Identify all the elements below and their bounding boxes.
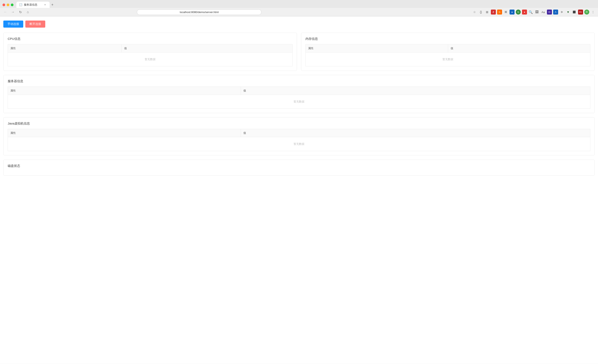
cpu-col-val: 值	[122, 44, 292, 53]
server-card: 服务器信息 属性 值 暂无数据	[3, 75, 595, 113]
server-table: 属性 值 暂无数据	[8, 87, 590, 109]
ext7-icon[interactable]: 🔍	[528, 9, 533, 15]
ext4-icon[interactable]: ●	[510, 9, 515, 15]
disconnect-button[interactable]: 断开连接	[25, 21, 45, 28]
top-cards-row: CPU信息 属性 值 暂无数据 内存信息	[3, 32, 595, 71]
ext15-icon[interactable]: R1	[578, 9, 583, 15]
ext8-icon[interactable]: 🖼	[534, 9, 540, 15]
tab-close-button[interactable]: ×	[43, 3, 47, 7]
jvm-table: 属性 值 暂无数据	[8, 129, 590, 151]
close-window-button[interactable]	[2, 4, 5, 6]
forward-button[interactable]: →	[10, 9, 16, 15]
ext5-icon[interactable]: G	[516, 9, 521, 15]
ext1-icon[interactable]: Z	[491, 9, 496, 15]
cpu-col-attr: 属性	[8, 44, 122, 53]
back-button[interactable]: ←	[2, 9, 8, 15]
reload-button[interactable]: ↻	[17, 9, 23, 15]
extensions-icon[interactable]: ⊞	[485, 9, 490, 15]
address-input[interactable]	[137, 9, 261, 15]
menu-icon[interactable]: ⋮	[590, 9, 596, 15]
disk-card-title: 磁盘状态	[8, 164, 590, 168]
server-empty-text: 暂无数据	[8, 95, 590, 109]
ext3-icon[interactable]: ⌘	[503, 9, 508, 15]
window-controls	[2, 4, 14, 6]
address-input-wrap	[137, 9, 261, 15]
memory-col-val: 值	[448, 44, 590, 53]
cpu-table: 属性 值 暂无数据	[8, 44, 292, 66]
address-bar: ← → ↻ ⌂ ☆ {} ⊞ Z G ⌘ ● G ● 🔍 🖼 Aa ID Λ ✈…	[0, 8, 598, 16]
home-button[interactable]: ⌂	[25, 9, 31, 15]
memory-card: 内存信息 属性 值 暂无数据	[301, 32, 595, 71]
server-col-attr: 属性	[8, 87, 241, 95]
tab-title: 服务器信息	[24, 3, 37, 7]
tab-favicon-icon: 📄	[19, 3, 22, 6]
memory-empty-text: 暂无数据	[306, 53, 590, 66]
action-bar: 手动连接 断开连接	[3, 21, 595, 28]
cpu-card-title: CPU信息	[8, 37, 292, 41]
manual-connect-button[interactable]: 手动连接	[3, 21, 23, 28]
browser-chrome: 📄 服务器信息 × + ← → ↻ ⌂ ☆ {} ⊞ Z G ⌘ ● G ● 🔍…	[0, 0, 598, 16]
ext13-icon[interactable]: ▼	[566, 9, 571, 15]
cpu-card: CPU信息 属性 值 暂无数据	[3, 32, 297, 71]
minimize-window-button[interactable]	[7, 4, 9, 6]
server-empty-row: 暂无数据	[8, 95, 590, 109]
devtools-icon[interactable]: {}	[478, 9, 483, 15]
ext10-icon[interactable]: ID	[547, 9, 552, 15]
cpu-empty-text: 暂无数据	[8, 53, 292, 66]
bookmark-icon[interactable]: ☆	[472, 9, 477, 15]
ext6-icon[interactable]: ●	[522, 9, 527, 15]
cpu-empty-row: 暂无数据	[8, 53, 292, 66]
jvm-card: Java虚拟机信息 属性 值 暂无数据	[3, 117, 595, 155]
jvm-card-title: Java虚拟机信息	[8, 121, 590, 126]
ext11-icon[interactable]: Λ	[553, 9, 558, 15]
memory-card-title: 内存信息	[306, 37, 590, 41]
memory-col-attr: 属性	[306, 44, 448, 53]
ext2-icon[interactable]: G	[497, 9, 502, 15]
active-tab[interactable]: 📄 服务器信息 ×	[17, 2, 50, 8]
toolbar-icons: ☆ {} ⊞ Z G ⌘ ● G ● 🔍 🖼 Aa ID Λ ✈ ▼ ⬛ R1 …	[472, 9, 596, 15]
memory-table: 属性 值 暂无数据	[306, 44, 590, 66]
jvm-empty-row: 暂无数据	[8, 137, 590, 151]
ext16-icon[interactable]: 田	[584, 9, 589, 15]
ext14-icon[interactable]: ⬛	[572, 9, 577, 15]
jvm-col-val: 值	[241, 129, 590, 137]
disk-card: 磁盘状态	[3, 160, 595, 176]
jvm-empty-text: 暂无数据	[8, 137, 590, 151]
maximize-window-button[interactable]	[11, 4, 14, 6]
server-col-val: 值	[241, 87, 590, 95]
memory-empty-row: 暂无数据	[306, 53, 590, 66]
page-content: 手动连接 断开连接 CPU信息 属性 值 暂无数据	[0, 16, 598, 364]
ext12-icon[interactable]: ✈	[559, 9, 564, 15]
tab-bar: 📄 服务器信息 × +	[0, 0, 598, 8]
server-card-title: 服务器信息	[8, 79, 590, 83]
new-tab-button[interactable]: +	[50, 3, 55, 7]
ext9-icon[interactable]: Aa	[541, 9, 546, 15]
jvm-col-attr: 属性	[8, 129, 241, 137]
